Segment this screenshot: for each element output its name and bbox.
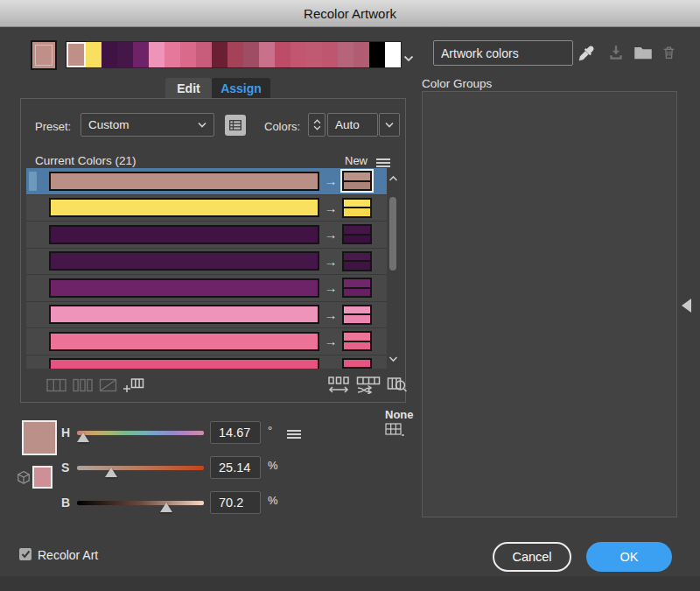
color-groups-panel[interactable]: [422, 91, 677, 517]
hue-slider-thumb[interactable]: [77, 433, 89, 442]
strip-swatch[interactable]: [117, 42, 133, 67]
random-color-order-icon[interactable]: [327, 376, 350, 394]
new-folder-icon[interactable]: [634, 44, 653, 63]
current-color-bar[interactable]: [49, 225, 319, 244]
hue-value-field[interactable]: 14.67: [210, 421, 261, 444]
new-color-top: [344, 172, 370, 182]
hsb-menu-icon[interactable]: [287, 428, 301, 440]
strip-swatch[interactable]: [290, 42, 306, 67]
active-color-well[interactable]: [31, 40, 57, 70]
list-scrollbar[interactable]: [388, 170, 398, 366]
strip-swatch[interactable]: [228, 42, 243, 67]
preset-dropdown[interactable]: Custom: [80, 113, 214, 137]
strip-swatch[interactable]: [385, 42, 401, 67]
selected-color-swatch[interactable]: [22, 420, 57, 455]
strip-swatch[interactable]: [66, 42, 86, 67]
strip-swatch[interactable]: [338, 42, 354, 67]
current-color-bar[interactable]: [49, 198, 319, 217]
colors-count-stepper[interactable]: [308, 113, 326, 137]
strip-swatch[interactable]: [322, 42, 338, 67]
new-color-swatch[interactable]: [342, 358, 372, 369]
strip-swatch[interactable]: [306, 42, 322, 67]
brightness-unit: %: [268, 494, 278, 507]
gamut-color-swatch[interactable]: [32, 466, 52, 489]
brightness-slider[interactable]: [77, 501, 204, 505]
saturation-slider[interactable]: [77, 466, 204, 470]
tab-edit[interactable]: Edit: [165, 78, 212, 99]
chevron-up-icon: [313, 119, 321, 124]
strip-swatch[interactable]: [133, 42, 149, 67]
strip-swatch[interactable]: [369, 42, 385, 67]
limit-library-grid-icon[interactable]: [385, 423, 404, 441]
current-color-bar[interactable]: [49, 305, 319, 324]
strip-swatch[interactable]: [259, 42, 275, 67]
strip-swatch[interactable]: [180, 42, 196, 67]
brightness-value: 70.2: [219, 496, 243, 510]
color-row[interactable]: →: [26, 302, 387, 329]
new-color-top: [344, 200, 370, 209]
strip-swatch[interactable]: [196, 42, 212, 67]
title-bar[interactable]: Recolor Artwork: [0, 0, 700, 27]
tab-assign[interactable]: Assign: [212, 78, 270, 99]
new-color-swatch[interactable]: [342, 171, 372, 191]
color-row[interactable]: →: [26, 249, 387, 276]
new-color-swatch[interactable]: [342, 198, 372, 218]
find-color-in-artwork-icon[interactable]: [387, 376, 408, 395]
strip-swatch[interactable]: [86, 42, 102, 67]
arrow-icon: →: [319, 280, 342, 295]
strip-swatch[interactable]: [149, 42, 164, 67]
current-color-bar[interactable]: [49, 172, 319, 191]
new-row-icon[interactable]: [123, 377, 144, 393]
current-color-bar[interactable]: [49, 251, 319, 271]
strip-chevron-down-icon[interactable]: [403, 50, 414, 66]
current-colors-list[interactable]: →→→→→→→→: [26, 168, 387, 369]
artwork-color-strip[interactable]: [66, 41, 402, 68]
color-row[interactable]: →: [26, 168, 387, 195]
preset-options-icon[interactable]: [225, 115, 246, 136]
ok-button[interactable]: OK: [586, 542, 672, 572]
hue-slider[interactable]: [77, 431, 204, 435]
out-of-gamut-cube-icon[interactable]: [17, 470, 31, 489]
brightness-slider-thumb[interactable]: [160, 503, 172, 512]
hue-label: H: [61, 426, 70, 440]
limit-library-label: None: [385, 408, 414, 421]
strip-swatch[interactable]: [212, 42, 228, 67]
color-row[interactable]: →: [26, 222, 387, 249]
new-color-swatch[interactable]: [342, 278, 372, 298]
collapse-panel-icon[interactable]: [682, 299, 691, 313]
strip-swatch[interactable]: [275, 42, 290, 67]
scroll-up-icon[interactable]: [388, 170, 398, 186]
brightness-value-field[interactable]: 70.2: [210, 491, 261, 514]
current-color-bar[interactable]: [49, 278, 319, 298]
random-saturation-brightness-icon[interactable]: [356, 376, 381, 394]
new-color-swatch[interactable]: [342, 331, 372, 351]
strip-swatch[interactable]: [243, 42, 259, 67]
new-color-swatch[interactable]: [342, 251, 372, 271]
recolor-art-checkbox[interactable]: [19, 548, 32, 560]
colors-count-chevron[interactable]: [379, 113, 400, 137]
current-color-bar[interactable]: [49, 332, 319, 351]
current-color-bar[interactable]: [49, 358, 319, 369]
strip-swatch[interactable]: [102, 42, 117, 67]
strip-swatch[interactable]: [354, 42, 369, 67]
new-color-top: [344, 279, 370, 289]
color-row[interactable]: →: [26, 328, 387, 355]
color-group-name-input[interactable]: [433, 40, 573, 66]
eyedropper-icon[interactable]: [577, 44, 596, 63]
strip-swatch[interactable]: [164, 42, 180, 67]
scroll-down-icon[interactable]: [388, 350, 398, 366]
color-row[interactable]: →: [26, 195, 387, 222]
color-row[interactable]: →: [26, 355, 387, 369]
list-menu-icon[interactable]: [376, 157, 390, 169]
cancel-button[interactable]: Cancel: [493, 542, 571, 572]
saturation-slider-thumb[interactable]: [105, 468, 117, 477]
color-row[interactable]: →: [26, 275, 387, 302]
arrow-icon: →: [319, 334, 342, 348]
colors-count-value: Auto: [335, 118, 360, 131]
saturation-value-field[interactable]: 25.14: [210, 456, 261, 479]
scrollbar-thumb[interactable]: [389, 197, 396, 271]
new-color-swatch[interactable]: [342, 305, 372, 325]
new-color-swatch[interactable]: [342, 224, 372, 244]
row-grip[interactable]: [29, 172, 37, 191]
colors-count-dropdown[interactable]: Auto: [327, 113, 378, 137]
